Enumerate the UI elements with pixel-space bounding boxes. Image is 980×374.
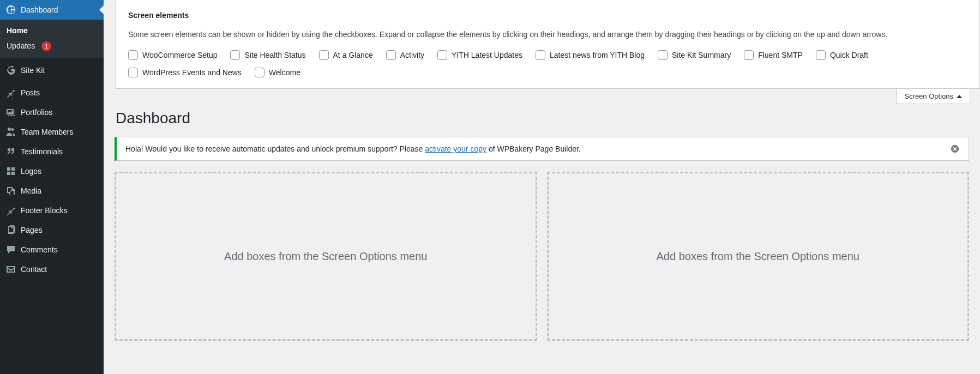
page-title: Dashboard [116, 110, 969, 127]
screen-options-tab-wrap: Screen Options [104, 89, 980, 104]
sidebar-item-label: Pages [21, 226, 43, 234]
sidebar-item-label: Dashboard [21, 5, 58, 14]
checkbox-input[interactable] [386, 50, 396, 60]
sidebar-item-label: Media [21, 186, 41, 195]
sidebar-item-footer-blocks[interactable]: Footer Blocks [0, 201, 104, 220]
pin-icon [5, 205, 16, 216]
checkbox-label: Fluent SMTP [758, 51, 803, 59]
checkbox-label: Quick Draft [830, 51, 868, 59]
notice-text-after: of WPBakery Page Builder. [486, 144, 581, 153]
sidebar-item-portfolios[interactable]: Portfolios [0, 102, 104, 122]
sidebar-submenu-home[interactable]: Home [0, 23, 104, 38]
checkbox-label: YITH Latest Updates [452, 51, 522, 59]
comment-icon [5, 244, 16, 255]
checkbox-label: Site Kit Summary [672, 51, 731, 59]
sidebar-item-dashboard[interactable]: Dashboard [0, 0, 104, 20]
checkbox-woocommerce-setup[interactable]: WooCommerce Setup [128, 50, 217, 60]
sidebar-item-pages[interactable]: Pages [0, 220, 104, 240]
sidebar-submenu-dashboard: Home Updates 1 [0, 20, 104, 58]
sidebar-item-label: Site Kit [21, 66, 45, 75]
widget-dropzone-right[interactable]: Add boxes from the Screen Options menu [547, 172, 970, 341]
sidebar-item-label: Posts [21, 88, 40, 97]
users-icon [5, 126, 16, 137]
checkbox-label: At a Glance [333, 51, 373, 59]
widget-placeholder-text: Add boxes from the Screen Options menu [657, 250, 859, 263]
dashboard-icon [5, 4, 16, 15]
checkbox-label: Welcome [269, 68, 300, 77]
checkbox-activity[interactable]: Activity [386, 50, 424, 60]
sidebar-item-testimonials[interactable]: Testimonials [0, 142, 104, 161]
checkbox-label: Site Health Status [244, 51, 305, 59]
media-icon [5, 185, 16, 196]
grid-icon [5, 166, 16, 177]
sidebar-item-label: Testimonials [21, 147, 63, 156]
sidebar-submenu-label: Updates [7, 41, 35, 50]
sidebar-item-logos[interactable]: Logos [0, 161, 104, 181]
dashboard-widgets: Add boxes from the Screen Options menu A… [115, 172, 969, 341]
checkbox-input[interactable] [437, 50, 447, 60]
screen-elements-checkboxes: WooCommerce Setup Site Health Status At … [128, 50, 967, 77]
wpbakery-notice: Hola! Would you like to receive automati… [115, 137, 969, 161]
checkbox-input[interactable] [255, 68, 264, 77]
sidebar-item-contact[interactable]: Contact [0, 260, 104, 279]
screen-options-label: Screen Options [904, 92, 953, 100]
checkbox-wp-events[interactable]: WordPress Events and News [128, 68, 242, 77]
sidebar-item-label: Comments [21, 245, 58, 254]
checkbox-at-a-glance[interactable]: At a Glance [319, 50, 373, 60]
checkbox-input[interactable] [536, 50, 545, 60]
widget-dropzone-left[interactable]: Add boxes from the Screen Options menu [115, 172, 537, 341]
checkbox-input[interactable] [319, 50, 329, 60]
notice-dismiss-button[interactable] [950, 144, 960, 154]
checkbox-yith-blog[interactable]: Latest news from YITH Blog [536, 50, 645, 60]
checkbox-input[interactable] [128, 68, 138, 77]
checkbox-sitekit-summary[interactable]: Site Kit Summary [658, 50, 731, 60]
images-icon [5, 107, 16, 118]
checkbox-label: WordPress Events and News [142, 68, 242, 77]
dashboard-content: Dashboard Hola! Would you like to receiv… [104, 104, 980, 352]
close-icon [950, 144, 960, 154]
sidebar-item-posts[interactable]: Posts [0, 83, 104, 102]
pages-icon [5, 225, 16, 236]
checkbox-welcome[interactable]: Welcome [255, 68, 300, 77]
checkbox-yith-updates[interactable]: YITH Latest Updates [437, 50, 522, 60]
notice-text-before: Hola! Would you like to receive automati… [125, 144, 425, 153]
checkbox-label: Activity [400, 51, 424, 59]
checkbox-quick-draft[interactable]: Quick Draft [816, 50, 868, 60]
checkbox-input[interactable] [744, 50, 754, 60]
admin-sidebar: Dashboard Home Updates 1 Site Kit Posts … [0, 0, 104, 374]
sidebar-item-sitekit[interactable]: Site Kit [0, 61, 104, 80]
sidebar-item-label: Logos [21, 167, 41, 176]
screen-elements-heading: Screen elements [128, 11, 967, 20]
sidebar-item-label: Team Members [21, 128, 73, 136]
screen-elements-description: Some screen elements can be shown or hid… [128, 28, 967, 40]
checkbox-label: WooCommerce Setup [142, 51, 217, 59]
checkbox-input[interactable] [816, 50, 826, 60]
updates-count-badge: 1 [41, 41, 51, 51]
chevron-up-icon [957, 95, 962, 98]
notice-text: Hola! Would you like to receive automati… [125, 144, 581, 153]
checkbox-input[interactable] [128, 50, 138, 60]
sidebar-item-media[interactable]: Media [0, 181, 104, 201]
screen-options-panel: Screen elements Some screen elements can… [116, 0, 980, 89]
checkbox-input[interactable] [658, 50, 668, 60]
quote-icon [5, 146, 16, 157]
notice-activate-link[interactable]: activate your copy [425, 144, 486, 153]
screen-options-toggle[interactable]: Screen Options [896, 89, 970, 104]
checkbox-fluent-smtp[interactable]: Fluent SMTP [744, 50, 803, 60]
main-content: Screen elements Some screen elements can… [104, 0, 980, 374]
sidebar-item-label: Contact [21, 265, 47, 274]
google-icon [5, 65, 16, 76]
checkbox-label: Latest news from YITH Blog [550, 51, 645, 59]
sidebar-item-comments[interactable]: Comments [0, 240, 104, 260]
envelope-icon [5, 264, 16, 275]
checkbox-input[interactable] [230, 50, 240, 60]
checkbox-site-health[interactable]: Site Health Status [230, 50, 305, 60]
sidebar-item-team-members[interactable]: Team Members [0, 122, 104, 142]
pin-icon [5, 87, 16, 98]
sidebar-submenu-updates[interactable]: Updates 1 [0, 38, 104, 55]
sidebar-item-label: Footer Blocks [21, 206, 68, 215]
widget-placeholder-text: Add boxes from the Screen Options menu [224, 250, 427, 263]
sidebar-item-label: Portfolios [21, 108, 52, 117]
